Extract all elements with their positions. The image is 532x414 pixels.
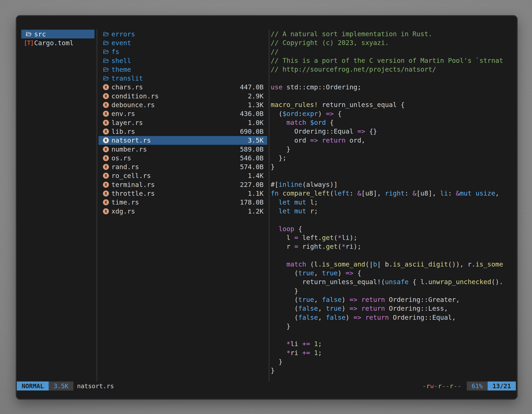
file-row[interactable]: Rlayer.rs1.0K — [99, 118, 267, 127]
entry-name: layer.rs — [111, 119, 143, 127]
file-size-badge: 3.5K — [49, 382, 73, 390]
file-row[interactable]: Renv.rs436.0B — [99, 109, 267, 118]
code-line: fn compare_left(left: &[u8], right: &[u8… — [271, 189, 508, 198]
rust-file-icon: R — [103, 84, 109, 90]
desktop-background: src[T]Cargo.toml errorseventfsshelltheme… — [0, 0, 532, 414]
entry-size: 178.0B — [240, 198, 267, 206]
code-line: } — [271, 322, 508, 331]
entry-name: rand.rs — [111, 163, 139, 171]
folder-icon — [103, 66, 109, 73]
file-row[interactable]: Rxdg.rs1.2K — [99, 207, 267, 216]
code-line: loop { — [271, 225, 508, 233]
file-row[interactable]: Rnatsort.rs3.5K — [99, 136, 267, 145]
entry-name: os.rs — [111, 154, 131, 162]
file-row[interactable]: Rlib.rs690.0B — [99, 127, 267, 136]
code-line — [271, 251, 508, 260]
rust-file-icon: R — [103, 146, 109, 153]
entry-name: natsort.rs — [111, 136, 151, 144]
rust-file-icon: R — [103, 128, 109, 135]
directory-row[interactable]: shell — [99, 56, 267, 65]
rust-file-icon: R — [103, 93, 109, 99]
code-line: } — [271, 287, 508, 295]
file-row[interactable]: Rthrottle.rs1.1K — [99, 189, 267, 198]
cursor-position-badge: 13/21 — [488, 382, 516, 390]
directory-row[interactable]: event — [99, 39, 267, 47]
entry-name: errors — [111, 30, 135, 38]
code-line — [271, 331, 508, 339]
file-preview-pane[interactable]: // A natural sort implementation in Rust… — [271, 30, 508, 375]
file-row[interactable]: Rchars.rs447.0B — [99, 83, 267, 92]
code-line: Ordering::Equal => {} — [271, 127, 508, 136]
rust-file-icon: R — [103, 182, 109, 188]
code-line: // A natural sort implementation in Rust… — [271, 30, 508, 39]
entry-size: 589.0B — [240, 145, 267, 153]
scroll-percent-badge: 61% — [467, 382, 488, 390]
code-line: macro_rules! return_unless_equal { — [271, 100, 508, 109]
file-row[interactable]: Rterminal.rs227.0B — [99, 180, 267, 189]
rust-file-icon: R — [103, 208, 109, 215]
code-line: // http://sourcefrog.net/projects/natsor… — [271, 65, 508, 74]
entry-name: ro_cell.rs — [111, 172, 151, 180]
file-permissions: -rw-r--r-- — [422, 383, 461, 390]
file-row[interactable]: Rro_cell.rs1.4K — [99, 171, 267, 180]
code-line: ord => return ord, — [271, 136, 508, 145]
entry-size: 1.1K — [248, 190, 267, 197]
folder-icon — [103, 58, 109, 64]
rust-file-icon: R — [103, 119, 109, 126]
entry-name: Cargo.toml — [34, 39, 74, 47]
code-line — [271, 171, 508, 180]
file-row[interactable]: Rrand.rs574.0B — [99, 163, 267, 171]
directory-row[interactable]: translit — [99, 74, 267, 83]
entry-name: shell — [111, 57, 131, 65]
folder-icon — [103, 40, 109, 46]
code-line: } — [271, 145, 508, 154]
entry-name: throttle.rs — [111, 190, 155, 197]
rust-file-icon: R — [103, 199, 109, 206]
entry-name: lib.rs — [111, 128, 135, 135]
status-file-name: natsort.rs — [77, 383, 114, 390]
code-line: (false, true) => return Ordering::Less, — [271, 304, 508, 313]
entry-name: chars.rs — [111, 83, 143, 91]
rust-file-icon: R — [103, 190, 109, 197]
status-bar: NORMAL 3.5K natsort.rs -rw-r--r-- 61% 13… — [17, 382, 516, 390]
code-line: // Copyright (c) 2023, sxyazi. — [271, 39, 508, 47]
entry-size: 1.0K — [248, 119, 267, 127]
status-right-group: -rw-r--r-- 61% 13/21 — [422, 382, 516, 390]
file-row[interactable]: Rnumber.rs589.0B — [99, 145, 267, 154]
file-row[interactable]: Rtime.rs178.0B — [99, 198, 267, 207]
directory-row[interactable]: src — [21, 30, 95, 39]
code-line: // This is a port of the C version of Ma… — [271, 56, 508, 65]
entry-name: event — [111, 39, 131, 47]
directory-row[interactable]: fs — [99, 48, 267, 56]
entry-name: theme — [111, 66, 131, 73]
code-line — [271, 92, 508, 100]
toml-file-icon: [T] — [25, 40, 32, 46]
rust-file-icon: R — [103, 173, 109, 179]
yazi-terminal-window: src[T]Cargo.toml errorseventfsshelltheme… — [16, 15, 517, 399]
file-row[interactable]: Rdebounce.rs1.3K — [99, 100, 267, 109]
folder-icon — [103, 31, 109, 38]
entry-size: 2.9K — [248, 92, 267, 100]
file-row[interactable]: Ros.rs546.0B — [99, 154, 267, 163]
code-line: let mut l; — [271, 198, 508, 207]
entry-name: translit — [111, 75, 143, 82]
code-line: *ri += 1; — [271, 348, 508, 357]
directory-row[interactable]: errors — [99, 30, 267, 39]
rust-file-icon: R — [103, 155, 109, 161]
file-row[interactable]: Rcondition.rs2.9K — [99, 92, 267, 100]
folder-icon — [103, 75, 109, 82]
entry-name: fs — [111, 48, 119, 56]
rust-file-icon: R — [103, 110, 109, 117]
directory-row[interactable]: theme — [99, 65, 267, 74]
entry-size: 1.4K — [248, 172, 267, 180]
code-line: match $ord { — [271, 118, 508, 127]
code-line: (true, true) => { — [271, 269, 508, 278]
file-row[interactable]: [T]Cargo.toml — [21, 39, 95, 47]
code-line: // — [271, 48, 508, 56]
code-line: (false, false) => return Ordering::Equal… — [271, 313, 508, 322]
code-line — [271, 74, 508, 83]
entry-size: 1.2K — [248, 207, 267, 215]
entry-size: 574.0B — [240, 163, 267, 171]
entry-size: 447.0B — [240, 83, 267, 91]
entry-name: xdg.rs — [111, 207, 135, 215]
